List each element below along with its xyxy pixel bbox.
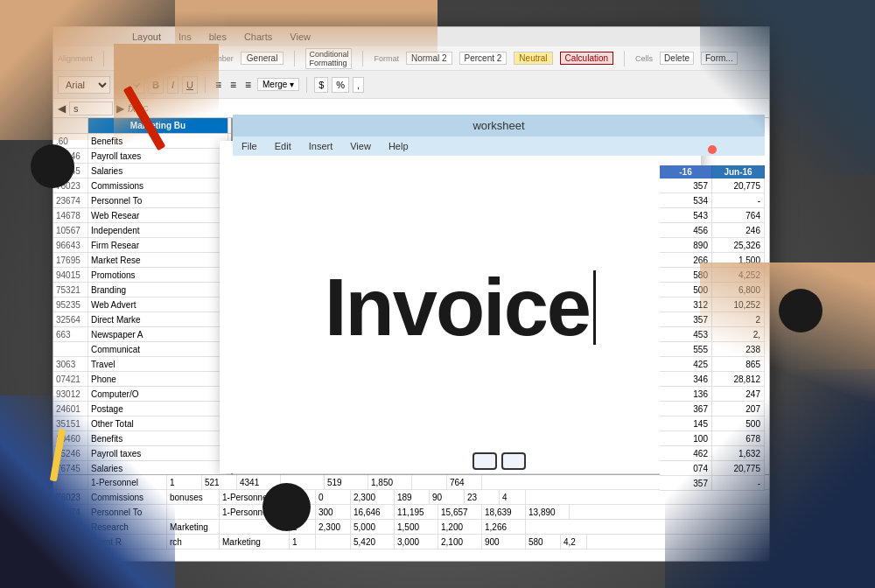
b-cell-num: 3,000	[395, 535, 438, 549]
num-cell: 25,326	[712, 238, 765, 252]
tab-view[interactable]: View	[281, 27, 319, 46]
comma-btn[interactable]: ,	[353, 77, 364, 93]
percent-btn[interactable]: %	[332, 77, 349, 93]
num-cell: 425	[660, 357, 712, 371]
table-row: 10460 Benefits	[53, 431, 231, 446]
menu-help[interactable]: Help	[388, 141, 409, 151]
dark-circle-right	[779, 289, 822, 332]
table-row: 555 238	[660, 342, 765, 357]
style-neutral-btn[interactable]: Neutral	[514, 52, 552, 65]
table-row: 95235 Web Advert	[53, 298, 231, 312]
table-row: 75321 Branding	[53, 283, 231, 298]
tab-ins[interactable]: Ins	[170, 27, 200, 46]
table-row: 23674 Personnel To	[53, 193, 231, 208]
menu-file[interactable]: File	[242, 141, 257, 151]
table-row: 453 2,	[660, 327, 765, 342]
conditional-formatting-btn[interactable]: ConditionalFormatting	[305, 48, 352, 69]
divider1	[103, 51, 104, 66]
cell-id: 23674	[53, 193, 88, 207]
table-row: 346 28,812	[660, 372, 765, 387]
cell-name: Postage	[88, 402, 228, 416]
cell-name: Independent	[88, 223, 228, 237]
cell-id: 75321	[53, 283, 88, 297]
bold-button[interactable]: B	[148, 76, 164, 94]
delete-btn[interactable]: Delete	[660, 52, 694, 65]
italic-button[interactable]: I	[167, 76, 178, 94]
format-btn2[interactable]: Form...	[701, 52, 738, 65]
cell-name: Phone	[88, 372, 228, 386]
table-row: 357 -	[660, 476, 765, 491]
table-row: 07421 Phone	[53, 372, 231, 387]
num-cell: 357	[660, 476, 712, 490]
align-center-btn[interactable]: ≡	[228, 77, 239, 93]
divider-align	[306, 77, 307, 93]
b-cell-num: 23	[465, 490, 500, 504]
font-family-select[interactable]: Arial	[58, 76, 110, 94]
cell-reference-input[interactable]	[69, 102, 113, 116]
b-cell-num: 5,420	[351, 535, 395, 549]
table-row: 543 764	[660, 208, 765, 223]
num-cell: 28,812	[712, 372, 765, 386]
table-row: 367 207	[660, 402, 765, 416]
num-cell: -	[712, 476, 765, 490]
cell-name: Travel	[88, 357, 228, 371]
style-percent-btn[interactable]: Percent 2	[459, 52, 508, 65]
style-normal-btn[interactable]: Normal 2	[406, 52, 452, 65]
nav-left[interactable]: ◀	[58, 102, 66, 115]
number-label: Number	[206, 54, 234, 63]
menu-view[interactable]: View	[350, 141, 371, 151]
b-cell-num: 900	[482, 535, 526, 549]
close-dot[interactable]	[708, 145, 717, 154]
num-cell: 1,500	[712, 253, 765, 267]
table-row: 100 678	[660, 431, 765, 446]
formula-input[interactable]	[152, 103, 765, 114]
worksheet-titlebar: worksheet	[233, 118, 765, 136]
b-cell-num: 11,195	[395, 505, 438, 519]
b-cell-num: 519	[325, 475, 368, 489]
left-spreadsheet-panel: Marketing Bu .60 Benefits 35246 Payroll …	[53, 118, 233, 535]
ribbon-row1: Alignment abc Wrap Text Number General C…	[53, 46, 769, 71]
num-cell: 10,252	[712, 298, 765, 312]
b-cell-name: Personnel To	[88, 505, 167, 519]
excel-window: Layout Ins bles Charts View Alignment ab…	[52, 26, 770, 534]
alignment-label: Alignment	[58, 54, 93, 63]
b-cell-type: rch	[167, 535, 220, 549]
merge-btn[interactable]: Merge ▾	[257, 78, 299, 91]
cell-name: Salaries	[88, 461, 228, 475]
num-cell: -	[712, 193, 765, 207]
num-cell: 534	[660, 193, 712, 207]
dollar-btn[interactable]: $	[314, 77, 328, 93]
divider-font	[205, 77, 206, 93]
b-cell-num: 1,266	[482, 520, 526, 534]
b-cell-num: 90	[430, 490, 465, 504]
table-row: 96643 Firm Resear	[53, 238, 231, 253]
menu-insert[interactable]: Insert	[309, 141, 333, 151]
cell-id: 96643	[53, 238, 88, 252]
tab-bles[interactable]: bles	[200, 27, 235, 46]
coffee-cup	[31, 144, 74, 188]
b-cell-num: 2,300	[316, 520, 351, 534]
style-calculation-btn[interactable]: Calculation	[560, 52, 613, 65]
right-col-header-1: -16	[660, 165, 712, 178]
menu-edit[interactable]: Edit	[275, 141, 291, 151]
num-cell: 764	[712, 208, 765, 222]
wrap-text-btn[interactable]: Wrap Text	[144, 53, 184, 63]
num-cell: 678	[712, 431, 765, 445]
underline-button[interactable]: U	[182, 76, 198, 94]
nav-right[interactable]: ▶	[116, 102, 124, 115]
b-cell-num: 13,890	[526, 505, 570, 519]
num-cell: 246	[712, 223, 765, 237]
num-cell: 207	[712, 402, 765, 416]
table-row: 266 1,500	[660, 253, 765, 268]
cell-name: Other Total	[88, 416, 228, 430]
b-cell-num: 764	[447, 475, 482, 489]
tab-charts[interactable]: Charts	[235, 27, 281, 46]
table-row: 14678 Research Marketing 2 2,300 5,000 1…	[53, 520, 769, 535]
cell-id: 07421	[53, 372, 88, 386]
align-left-btn[interactable]: ≡	[213, 77, 224, 93]
num-cell: 145	[660, 416, 712, 430]
align-right-btn[interactable]: ≡	[242, 77, 254, 93]
tab-layout[interactable]: Layout	[123, 27, 170, 46]
b-cell-id: 1050	[53, 535, 88, 549]
cell-name: Promotions	[88, 268, 228, 282]
